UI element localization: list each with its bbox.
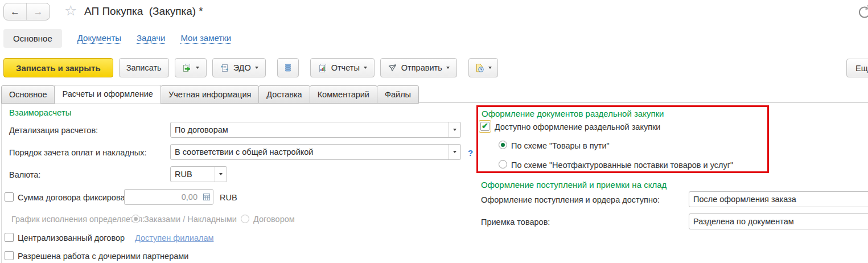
acceptance-value: Разделена по документам: [689, 217, 868, 226]
toolbar: Записать и закрыть Записать ЭДО: [3, 57, 498, 78]
refresh-icon[interactable]: [855, 3, 868, 19]
tab-delivery[interactable]: Доставка: [258, 85, 310, 104]
currency-value: RUB: [171, 170, 215, 179]
app-window: ← → ☆ АП Покупка (Закупка) * Основное До…: [0, 0, 868, 263]
separate-purchase-header: Оформление документов раздельной закупки: [482, 109, 664, 118]
create-based-on-button[interactable]: [175, 58, 207, 77]
chevron-down-icon: [196, 67, 199, 69]
send-button[interactable]: Отправить: [380, 58, 457, 77]
subsidiary-checkbox[interactable]: [5, 251, 14, 260]
reminder-button[interactable]: [468, 58, 498, 77]
schedule-contract-radio: [241, 215, 249, 223]
tab-settlements[interactable]: Расчеты и оформление: [54, 85, 161, 104]
acceptance-label: Приемка товаров:: [481, 217, 550, 227]
scheme-transit-radio[interactable]: [499, 141, 507, 149]
order-label: Порядок зачета оплат и накладных:: [9, 148, 146, 157]
central-contract-label: Централизованный договор: [18, 233, 125, 243]
receipt-order-label: Оформление поступления и ордера доступно…: [481, 195, 660, 204]
nav-item-tasks[interactable]: Задачи: [137, 33, 165, 44]
chevron-down-icon: [364, 67, 367, 69]
favorite-star-icon[interactable]: ☆: [64, 2, 77, 19]
detail-dropdown-button[interactable]: [449, 122, 460, 137]
more-button[interactable]: Ещ: [846, 59, 868, 77]
acceptance-select[interactable]: Разделена по документам: [689, 213, 868, 229]
save-and-close-button[interactable]: Записать и закрыть: [3, 58, 113, 77]
chevron-down-icon: [219, 173, 223, 175]
scheme-uninvoiced-radio[interactable]: [499, 160, 507, 169]
chevron-down-icon: [453, 151, 456, 153]
calculator-icon: [203, 193, 211, 201]
chevron-down-icon: [453, 129, 456, 131]
nav-item-documents[interactable]: Документы: [77, 33, 121, 44]
chevron-down-icon: [488, 67, 492, 69]
order-dropdown-button[interactable]: [449, 145, 460, 159]
tab-bar: Основное Расчеты и оформление Учетная ин…: [1, 85, 418, 104]
structure-button[interactable]: [277, 58, 299, 77]
currency-dropdown-button[interactable]: [215, 167, 227, 182]
currency-label: Валюта:: [9, 170, 40, 179]
send-label: Отправить: [401, 63, 442, 72]
create-based-on-icon: [182, 63, 192, 73]
tab-accounting-info[interactable]: Учетная информация: [161, 85, 259, 104]
list-icon: [283, 63, 293, 72]
section-nav: Основное Документы Задачи Мои заметки: [3, 28, 231, 48]
branches-link[interactable]: Доступен филиалам: [135, 233, 213, 243]
detail-label: Детализация расчетов:: [9, 126, 98, 135]
fixed-sum-checkbox[interactable]: [5, 192, 14, 202]
history-nav: ← →: [3, 3, 50, 20]
back-button[interactable]: ←: [4, 3, 27, 20]
forward-button[interactable]: →: [27, 3, 50, 20]
fixed-sum-input[interactable]: 0,00: [124, 189, 213, 205]
detail-select[interactable]: По договорам: [170, 122, 461, 138]
bar-chart-icon: [318, 63, 327, 73]
order-select[interactable]: В соответствии с общей настройкой: [170, 144, 461, 160]
chevron-down-icon: [446, 67, 450, 69]
send-icon: [388, 63, 397, 73]
central-contract-checkbox[interactable]: [5, 233, 14, 242]
receipt-order-select[interactable]: После оформления заказа: [689, 191, 868, 207]
page-title: АП Покупка (Закупка) *: [84, 5, 203, 18]
fixed-sum-currency-label: RUB: [220, 193, 237, 202]
separate-purchase-label: Доступно оформление раздельной закупки: [495, 122, 660, 132]
schedule-label: График исполнения определяется:: [11, 215, 145, 224]
scheme-transit-label: По схеме "Товары в пути": [511, 141, 610, 150]
scheme-uninvoiced-label: По схеме "Неотфактурованные поставки тов…: [511, 161, 733, 170]
fixed-sum-label: Сумма договора фиксирована: [18, 193, 134, 202]
schedule-contract-label: Договором: [253, 215, 295, 224]
tab-main[interactable]: Основное: [1, 85, 55, 104]
calculator-button[interactable]: [200, 190, 213, 204]
chevron-down-icon: [255, 67, 258, 69]
reminder-icon: [475, 63, 484, 73]
tab-files[interactable]: Файлы: [377, 85, 419, 104]
nav-item-main[interactable]: Основное: [3, 29, 62, 48]
receipts-header: Оформление поступлений и приемки на скла…: [481, 180, 667, 190]
edo-button[interactable]: ЭДО: [212, 58, 266, 77]
nav-item-notes[interactable]: Мои заметки: [180, 33, 231, 44]
tab-comment[interactable]: Комментарий: [310, 85, 377, 104]
currency-select[interactable]: RUB: [170, 166, 227, 182]
reports-label: Отчеты: [331, 63, 360, 72]
schedule-orders-label: Заказами / Накладными: [144, 215, 237, 224]
detail-value: По договорам: [171, 125, 449, 134]
save-button[interactable]: Записать: [119, 58, 169, 77]
edo-label: ЭДО: [233, 63, 251, 72]
edo-icon: [220, 63, 229, 73]
help-icon[interactable]: ?: [468, 148, 473, 158]
order-value: В соответствии с общей настройкой: [171, 147, 449, 157]
subsidiary-label: Разрешена работа с дочерними партнерами: [18, 252, 188, 261]
receipt-order-value: После оформления заказа: [689, 195, 868, 204]
separate-purchase-checkbox[interactable]: [480, 122, 489, 131]
schedule-orders-radio: [131, 215, 140, 223]
settlements-header: Взаиморасчеты: [9, 108, 72, 117]
reports-button[interactable]: Отчеты: [310, 58, 375, 77]
fixed-sum-value: 0,00: [125, 192, 200, 202]
